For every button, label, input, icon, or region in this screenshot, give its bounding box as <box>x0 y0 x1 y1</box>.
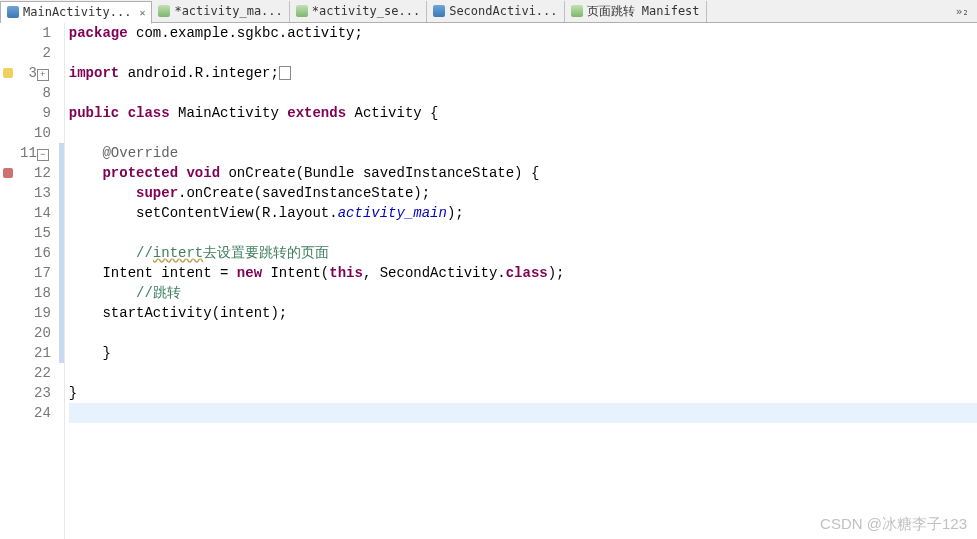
code-line: } <box>69 343 977 363</box>
java-file-icon <box>7 6 19 18</box>
tab-label: SecondActivi... <box>449 4 557 18</box>
line-numbers: 12 3+ 8910 11− 1213141516171819202122232… <box>16 23 59 539</box>
code-area[interactable]: package com.example.sgkbc.activity; impo… <box>65 23 977 539</box>
code-line: package com.example.sgkbc.activity; <box>69 23 977 43</box>
code-line: import android.R.integer; <box>69 63 977 83</box>
tab-label: *activity_se... <box>312 4 420 18</box>
tab-bar: MainActivity... ✕ *activity_ma... *activ… <box>0 0 977 23</box>
code-line: protected void onCreate(Bundle savedInst… <box>69 163 977 183</box>
code-line <box>69 323 977 343</box>
code-line <box>69 123 977 143</box>
gutter: 12 3+ 8910 11− 1213141516171819202122232… <box>0 23 65 539</box>
code-line <box>69 363 977 383</box>
code-line <box>69 43 977 63</box>
error-marker-icon <box>3 168 13 178</box>
tab-activity-second-xml[interactable]: *activity_se... <box>290 1 427 22</box>
tab-main-activity[interactable]: MainActivity... ✕ <box>0 1 152 24</box>
code-line: } <box>69 383 977 403</box>
code-line: @Override <box>69 143 977 163</box>
java-file-icon <box>433 5 445 17</box>
tab-activity-main-xml[interactable]: *activity_ma... <box>152 1 289 22</box>
code-line: setContentView(R.layout.activity_main); <box>69 203 977 223</box>
xml-file-icon <box>296 5 308 17</box>
code-line: super.onCreate(savedInstanceState); <box>69 183 977 203</box>
fold-icon[interactable]: − <box>37 149 49 161</box>
warning-marker-icon <box>3 68 13 78</box>
tab-label: 页面跳转 Manifest <box>587 3 700 20</box>
xml-file-icon <box>158 5 170 17</box>
code-line-cursor <box>69 403 977 423</box>
fold-icon[interactable]: + <box>37 69 49 81</box>
tab-manifest[interactable]: 页面跳转 Manifest <box>565 1 707 22</box>
tabs-overflow[interactable]: »₂ <box>948 5 977 18</box>
code-editor[interactable]: 12 3+ 8910 11− 1213141516171819202122232… <box>0 23 977 539</box>
close-icon[interactable]: ✕ <box>139 7 145 18</box>
folded-marker-icon <box>279 66 291 80</box>
marker-column <box>0 23 16 539</box>
code-line: public class MainActivity extends Activi… <box>69 103 977 123</box>
code-line <box>69 223 977 243</box>
code-line: //intert去设置要跳转的页面 <box>69 243 977 263</box>
tab-label: MainActivity... <box>23 5 131 19</box>
tab-second-activity[interactable]: SecondActivi... <box>427 1 564 22</box>
code-line: Intent intent = new Intent(this, SecondA… <box>69 263 977 283</box>
code-line <box>69 83 977 103</box>
change-markers <box>59 23 64 539</box>
code-line: startActivity(intent); <box>69 303 977 323</box>
code-line: //跳转 <box>69 283 977 303</box>
tab-label: *activity_ma... <box>174 4 282 18</box>
xml-file-icon <box>571 5 583 17</box>
